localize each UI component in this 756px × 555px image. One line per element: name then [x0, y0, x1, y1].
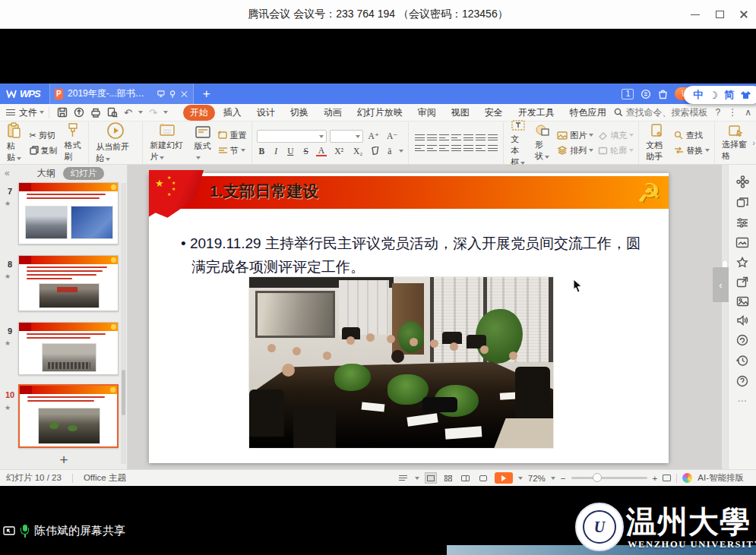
more-tools-icon[interactable]: ⋯	[738, 396, 748, 406]
zoom-slider-knob[interactable]	[593, 473, 602, 482]
find-button[interactable]: 查找	[674, 130, 710, 141]
zoom-caret-icon[interactable]	[551, 477, 555, 480]
moon-icon[interactable]: ☽	[709, 90, 718, 101]
tab-animation[interactable]: 动画	[317, 105, 349, 121]
bullets-icon[interactable]	[415, 133, 425, 142]
add-slide-button[interactable]: +	[0, 452, 128, 468]
ime-toolbar[interactable]: 中 ☽ 简	[684, 86, 756, 104]
align-right-icon[interactable]	[439, 143, 449, 153]
bulb-icon[interactable]	[169, 90, 176, 99]
subscript-button[interactable]: X₂	[351, 147, 365, 156]
fill-button[interactable]: 填充	[598, 130, 634, 141]
bold-button[interactable]: B	[257, 147, 267, 156]
underline-button[interactable]: U	[285, 147, 296, 156]
align-center-icon[interactable]	[427, 143, 437, 153]
arrange-button[interactable]: 排列	[557, 145, 593, 156]
strikethrough-button[interactable]: S	[301, 147, 310, 156]
zoom-slider[interactable]	[571, 477, 647, 479]
collapse-ribbon-icon[interactable]: ∧	[745, 107, 751, 118]
normal-view-button[interactable]	[425, 472, 437, 484]
undo-icon[interactable]: ↶	[124, 107, 132, 118]
copy-style-icon[interactable]	[736, 197, 749, 209]
cut-button[interactable]: ✂剪切	[30, 130, 58, 141]
paste-button[interactable]: 粘贴	[5, 122, 25, 163]
save-icon[interactable]	[57, 107, 68, 118]
ai-layout-label[interactable]: AI-智能排版	[697, 472, 744, 484]
document-tab[interactable]: P 2019年度-...部书记述职v1	[49, 84, 194, 104]
wps-logo[interactable]: WPS	[0, 88, 49, 99]
play-from-current-button[interactable]: 从当前开始	[93, 121, 138, 164]
hamburger-icon[interactable]	[6, 108, 15, 118]
maximize-button[interactable]	[707, 0, 732, 29]
play-options-caret-icon[interactable]	[518, 477, 523, 480]
layout-button[interactable]: 版式	[192, 125, 214, 161]
font-color-button[interactable]: A	[316, 146, 327, 156]
paragraph-more-icon[interactable]	[488, 143, 498, 153]
increase-font-button[interactable]: A⁺	[366, 131, 381, 141]
undo-caret-icon[interactable]	[138, 111, 143, 114]
slide-design-icon[interactable]	[735, 237, 749, 248]
italic-button[interactable]: I	[272, 147, 280, 156]
decrease-font-button[interactable]: A⁻	[384, 131, 400, 141]
help-icon[interactable]	[736, 375, 748, 387]
properties-icon[interactable]	[736, 217, 749, 229]
shirt-icon[interactable]	[740, 90, 751, 99]
superscript-button[interactable]: X²	[332, 147, 346, 156]
monitor-icon[interactable]	[157, 90, 165, 98]
shapes-button[interactable]: 形状	[533, 124, 552, 162]
new-slide-button[interactable]: 新建幻灯片	[147, 123, 187, 162]
pinyin-button[interactable]: ā	[385, 147, 394, 156]
font-size-select[interactable]	[330, 130, 363, 143]
notes-button[interactable]	[397, 472, 410, 484]
slide[interactable]: ☭ ★ ★ ★ ★ ★ 1.支部日常建设 • 2019.11.29 主持举行民主…	[149, 173, 669, 463]
panel-handle[interactable]: ‹	[713, 267, 729, 302]
fit-screen-button[interactable]	[663, 475, 671, 481]
tab-home[interactable]: 开始	[183, 105, 215, 121]
slide-thumbnail-8[interactable]	[18, 255, 119, 311]
justify-icon[interactable]	[451, 143, 461, 153]
replace-button[interactable]: 替换	[674, 145, 710, 156]
ime-simplified[interactable]: 简	[724, 88, 734, 102]
tab-design[interactable]: 设计	[250, 105, 282, 121]
bag-icon[interactable]	[658, 89, 668, 99]
notes-caret-icon[interactable]	[415, 477, 419, 480]
indent-icon[interactable]	[451, 133, 461, 142]
print-preview-icon[interactable]	[107, 107, 118, 118]
theme-name[interactable]: Office 主题	[84, 472, 126, 484]
numbering-icon[interactable]	[427, 133, 437, 142]
ink-icon[interactable]	[736, 334, 748, 346]
section-button[interactable]: 节	[218, 145, 247, 156]
shrink-text-icon[interactable]	[476, 143, 486, 153]
slides-tab[interactable]: 幻灯片	[63, 167, 105, 180]
text-direction-icon[interactable]	[488, 133, 498, 142]
slide-thumbnail-10-current[interactable]	[18, 384, 119, 448]
kebab-icon[interactable]: ⋮	[728, 107, 737, 118]
clear-format-icon[interactable]	[370, 147, 380, 155]
slide-sorter-button[interactable]	[442, 472, 454, 484]
play-slideshow-button[interactable]	[495, 472, 513, 484]
reset-button[interactable]: 重置	[218, 130, 247, 141]
distribute-icon[interactable]	[463, 143, 473, 153]
ime-lang[interactable]: 中	[693, 88, 703, 102]
menu-file[interactable]: 文件	[19, 106, 49, 119]
new-tab-button[interactable]: +	[194, 87, 220, 102]
star-icon[interactable]	[736, 257, 748, 268]
tab-view[interactable]: 视图	[444, 105, 476, 121]
textbox-button[interactable]: 文本框	[508, 118, 528, 168]
ribbon-expand-icon[interactable]: ›	[752, 138, 755, 147]
slide-thumbnail-9[interactable]	[18, 322, 119, 375]
picture-button[interactable]: 图片	[557, 130, 593, 141]
coin-icon[interactable]	[641, 89, 651, 99]
tab-transition[interactable]: 切换	[283, 105, 315, 121]
format-painter-button[interactable]: 格式刷	[62, 123, 84, 162]
columns-icon[interactable]	[476, 133, 486, 142]
outdent-icon[interactable]	[439, 133, 449, 142]
ai-layout-icon[interactable]	[682, 473, 692, 483]
help-button[interactable]: ?	[716, 107, 721, 118]
smart-beautify-icon[interactable]	[736, 175, 749, 188]
zoom-out-button[interactable]: −	[561, 474, 566, 483]
image-tool-icon[interactable]	[736, 296, 749, 307]
doc-assistant-button[interactable]: 文档助手	[644, 123, 669, 162]
panel-collapse-icon[interactable]: «	[5, 168, 10, 178]
zoom-level[interactable]: 72%	[528, 474, 546, 483]
